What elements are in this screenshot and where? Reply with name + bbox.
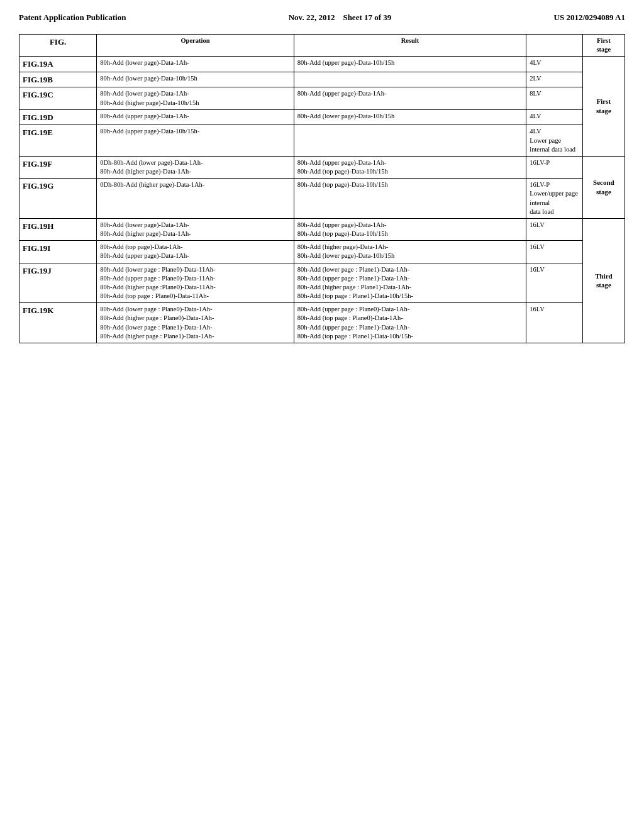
lv-19k: 16LV: [526, 303, 583, 343]
lv-19e: 4LVLower page internal data load: [526, 125, 583, 157]
result-19i: 80h-Add (higher page)-Data-1Ah-80h-Add (…: [294, 241, 526, 263]
table-row: FIG.19B 80h-Add (lower page)-Data-10h/15…: [19, 72, 625, 87]
result-19k: 80h-Add (upper page : Plane0)-Data-1Ah- …: [294, 303, 526, 343]
lv-19i: 16LV: [526, 241, 583, 263]
table-row: FIG.19G 0Dh-80h-Add (higher page)-Data-1…: [19, 179, 625, 219]
result-19j: 80h-Add (lower page : Plane1)-Data-1Ah- …: [294, 263, 526, 303]
lv-19a: 4LV: [526, 57, 583, 72]
operation-19e: 80h-Add (upper page)-Data-10h/15h-: [97, 125, 294, 157]
fig-label-19f: FIG.19F: [19, 156, 97, 178]
operation-19k: 80h-Add (lower page : Plane0)-Data-1Ah- …: [97, 303, 294, 343]
lv-19f: 16LV-P: [526, 156, 583, 178]
operation-19a: 80h-Add (lower page)-Data-1Ah-: [97, 57, 294, 72]
table-row: FIG.19H 80h-Add (lower page)-Data-1Ah-80…: [19, 218, 625, 240]
table-row: FIG.19E 80h-Add (upper page)-Data-10h/15…: [19, 125, 625, 157]
patent-number: US 2012/0294089 A1: [554, 13, 625, 23]
col-header-lv: [526, 35, 583, 57]
fig-label-19h: FIG.19H: [19, 218, 97, 240]
lv-19h: 16LV: [526, 218, 583, 240]
table-row: FIG.19J 80h-Add (lower page : Plane0)-Da…: [19, 263, 625, 303]
fig-label-19d: FIG.19D: [19, 109, 97, 125]
operation-19c: 80h-Add (lower page)-Data-1Ah-80h-Add (h…: [97, 87, 294, 109]
result-19a: 80h-Add (upper page)-Data-10h/15h: [294, 57, 526, 72]
operation-19d: 80h-Add (upper page)-Data-1Ah-: [97, 109, 294, 125]
result-19d: 80h-Add (lower page)-Data-10h/15h: [294, 109, 526, 125]
operation-19h: 80h-Add (lower page)-Data-1Ah-80h-Add (h…: [97, 218, 294, 240]
col-header-stage: Firststage: [582, 35, 625, 57]
fig-label-19b: FIG.19B: [19, 72, 97, 87]
lv-19j: 16LV: [526, 263, 583, 303]
operation-19j: 80h-Add (lower page : Plane0)-Data-11Ah-…: [97, 263, 294, 303]
table-row: FIG.19A 80h-Add (lower page)-Data-1Ah- 8…: [19, 57, 625, 72]
lv-19g: 16LV-PLower/upper page internaldata load: [526, 179, 583, 219]
fig-label-19g: FIG.19G: [19, 179, 97, 219]
fig-label-19j: FIG.19J: [19, 263, 97, 303]
operation-19b: 80h-Add (lower page)-Data-10h/15h: [97, 72, 294, 87]
stage-third: Thirdstage: [582, 218, 625, 343]
fig-label-19e: FIG.19E: [19, 125, 97, 157]
fig-label-19i: FIG.19I: [19, 241, 97, 263]
operation-19f: 0Dh-80h-Add (lower page)-Data-1Ah-80h-Ad…: [97, 156, 294, 178]
col-header-result: Result: [294, 35, 526, 57]
pub-date: Nov. 22, 2012: [289, 13, 335, 22]
sheet-info: Sheet 17 of 39: [343, 13, 391, 22]
result-19f: 80h-Add (upper page)-Data-1Ah-80h-Add (t…: [294, 156, 526, 178]
operation-19g: 0Dh-80h-Add (higher page)-Data-1Ah-: [97, 179, 294, 219]
table-row: FIG.19I 80h-Add (top page)-Data-1Ah-80h-…: [19, 241, 625, 263]
table-row: FIG.19C 80h-Add (lower page)-Data-1Ah-80…: [19, 87, 625, 109]
col-header-operation: Operation: [97, 35, 294, 57]
stage-second: Secondstage: [582, 156, 625, 218]
table-row: FIG.19D 80h-Add (upper page)-Data-1Ah- 8…: [19, 109, 625, 125]
fig-label-19c: FIG.19C: [19, 87, 97, 109]
fig-label-19a: FIG.19A: [19, 57, 97, 72]
publication-label: Patent Application Publication: [19, 13, 126, 23]
operation-19i: 80h-Add (top page)-Data-1Ah-80h-Add (upp…: [97, 241, 294, 263]
fig-label-19k: FIG.19K: [19, 303, 97, 343]
table-row: FIG.19K 80h-Add (lower page : Plane0)-Da…: [19, 303, 625, 343]
lv-19c: 8LV: [526, 87, 583, 109]
result-19g: 80h-Add (top page)-Data-10h/15h: [294, 179, 526, 219]
lv-19b: 2LV: [526, 72, 583, 87]
result-19c: 80h-Add (upper page)-Data-1Ah-: [294, 87, 526, 109]
col-header-fig: FIG.: [19, 35, 97, 57]
result-19e: [294, 125, 526, 157]
lv-19d: 4LV: [526, 109, 583, 125]
main-table: FIG. Operation Result Firststage FIG.19A…: [19, 34, 625, 343]
table-row: FIG.19F 0Dh-80h-Add (lower page)-Data-1A…: [19, 156, 625, 178]
result-19b: [294, 72, 526, 87]
stage-first: Firststage: [582, 57, 625, 157]
result-19h: 80h-Add (upper page)-Data-1Ah-80h-Add (t…: [294, 218, 526, 240]
